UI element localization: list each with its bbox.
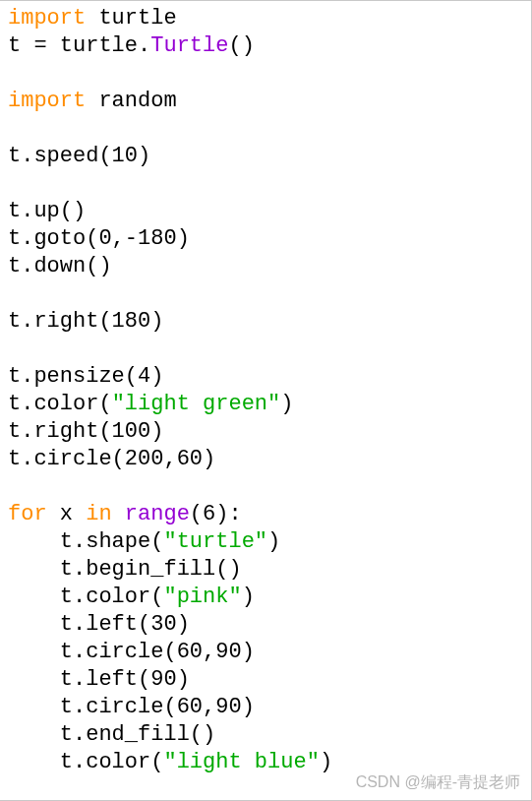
code-text: t.right(180) [8, 309, 163, 334]
code-text: t.circle(60,90) [8, 640, 255, 664]
string-literal: "pink" [163, 585, 241, 609]
code-text: t.pensize(4) [8, 364, 163, 389]
string-literal: "light blue" [163, 750, 319, 774]
code-text: t.end_fill() [8, 722, 215, 747]
code-text: ) [267, 529, 280, 554]
code-block: import turtle t = turtle.Turtle() import… [0, 1, 531, 776]
code-text: t.right(100) [8, 419, 163, 444]
string-literal: "turtle" [163, 529, 267, 554]
func-turtle: Turtle [150, 33, 228, 58]
code-text: t.goto(0,-180) [8, 226, 190, 251]
code-text: t.color( [8, 750, 163, 774]
code-text: (6): [190, 502, 242, 526]
keyword-import: import [8, 6, 86, 31]
code-text: random [86, 89, 176, 113]
keyword-in: in [86, 502, 111, 526]
code-text: t.left(90) [8, 667, 190, 692]
code-text [112, 502, 125, 526]
code-text: t.circle(60,90) [8, 695, 255, 719]
code-text: t.down() [8, 254, 112, 278]
code-text: t = turtle. [8, 33, 150, 58]
code-text: t.color( [8, 392, 112, 416]
string-literal: "light green" [112, 392, 281, 416]
code-text: ) [242, 585, 255, 609]
code-text: turtle [86, 6, 176, 31]
keyword-import: import [8, 89, 86, 113]
code-text: t.begin_fill() [8, 557, 242, 582]
code-text: t.color( [8, 585, 163, 609]
code-text: () [228, 33, 254, 58]
func-range: range [125, 502, 190, 526]
code-text: ) [320, 750, 332, 774]
keyword-for: for [8, 502, 47, 526]
code-text: x [47, 502, 87, 526]
code-text: t.left(30) [8, 612, 190, 637]
code-text: ) [280, 392, 293, 416]
code-text: t.circle(200,60) [8, 447, 215, 471]
code-text: t.up() [8, 199, 86, 223]
code-text: t.speed(10) [8, 144, 150, 168]
code-text: t.shape( [8, 529, 163, 554]
